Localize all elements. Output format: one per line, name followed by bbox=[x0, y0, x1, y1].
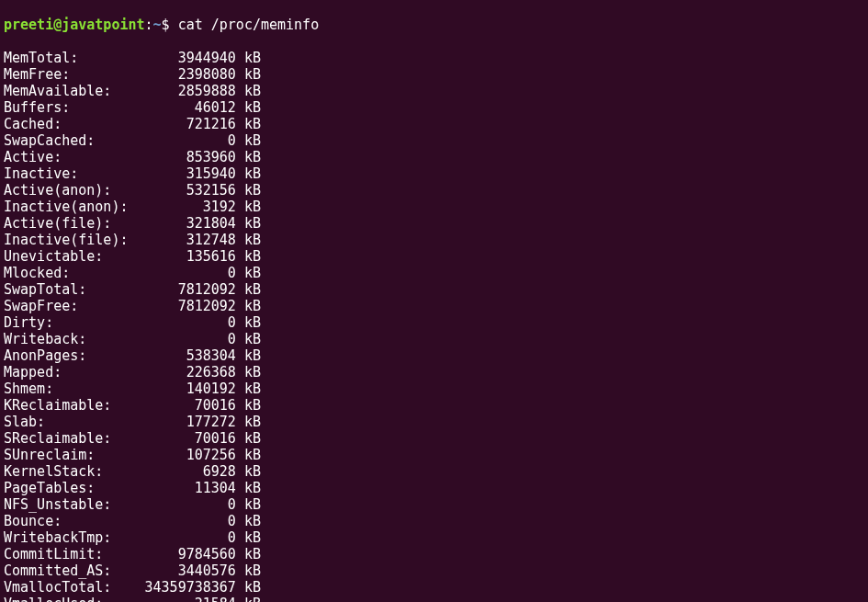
meminfo-row: MemFree: 2398080 kB bbox=[4, 66, 864, 83]
meminfo-row: Unevictable: 135616 kB bbox=[4, 248, 864, 265]
prompt-user-host: preeti@javatpoint bbox=[4, 17, 145, 33]
meminfo-row: KReclaimable: 70016 kB bbox=[4, 397, 864, 414]
meminfo-row: Mapped: 226368 kB bbox=[4, 364, 864, 381]
meminfo-row: Inactive: 315940 kB bbox=[4, 165, 864, 182]
meminfo-row: Bounce: 0 kB bbox=[4, 513, 864, 529]
meminfo-row: Buffers: 46012 kB bbox=[4, 99, 864, 116]
meminfo-row: Shmem: 140192 kB bbox=[4, 381, 864, 397]
meminfo-row: SwapFree: 7812092 kB bbox=[4, 298, 864, 314]
command-text: cat /proc/meminfo bbox=[178, 17, 320, 33]
meminfo-row: Active(anon): 532156 kB bbox=[4, 182, 864, 199]
meminfo-row: KernelStack: 6928 kB bbox=[4, 463, 864, 480]
meminfo-row: CommitLimit: 9784560 kB bbox=[4, 546, 864, 562]
meminfo-output: MemTotal: 3944940 kBMemFree: 2398080 kBM… bbox=[4, 50, 864, 602]
meminfo-row: Active: 853960 kB bbox=[4, 149, 864, 165]
prompt-colon: : bbox=[145, 17, 153, 33]
meminfo-row: MemAvailable: 2859888 kB bbox=[4, 83, 864, 99]
meminfo-row: Mlocked: 0 kB bbox=[4, 265, 864, 281]
meminfo-row: AnonPages: 538304 kB bbox=[4, 347, 864, 364]
meminfo-row: SwapCached: 0 kB bbox=[4, 132, 864, 149]
meminfo-row: Cached: 721216 kB bbox=[4, 116, 864, 132]
meminfo-row: SwapTotal: 7812092 kB bbox=[4, 281, 864, 298]
meminfo-row: SUnreclaim: 107256 kB bbox=[4, 447, 864, 463]
meminfo-row: MemTotal: 3944940 kB bbox=[4, 50, 864, 66]
prompt-cwd: ~ bbox=[153, 17, 162, 33]
meminfo-row: Dirty: 0 kB bbox=[4, 314, 864, 331]
prompt-dollar: $ bbox=[162, 17, 178, 33]
meminfo-row: WritebackTmp: 0 kB bbox=[4, 529, 864, 546]
meminfo-row: Committed_AS: 3440576 kB bbox=[4, 562, 864, 579]
meminfo-row: Active(file): 321804 kB bbox=[4, 215, 864, 232]
meminfo-row: Writeback: 0 kB bbox=[4, 331, 864, 347]
meminfo-row: SReclaimable: 70016 kB bbox=[4, 430, 864, 447]
terminal-output[interactable]: preeti@javatpoint:~$ cat /proc/meminfo M… bbox=[4, 0, 864, 602]
meminfo-row: Slab: 177272 kB bbox=[4, 414, 864, 430]
meminfo-row: PageTables: 11304 kB bbox=[4, 480, 864, 496]
meminfo-row: VmallocTotal: 34359738367 kB bbox=[4, 579, 864, 596]
meminfo-row: NFS_Unstable: 0 kB bbox=[4, 496, 864, 513]
meminfo-row: Inactive(anon): 3192 kB bbox=[4, 199, 864, 215]
meminfo-row: Inactive(file): 312748 kB bbox=[4, 232, 864, 248]
meminfo-row: VmallocUsed: 21584 kB bbox=[4, 596, 864, 602]
prompt-line: preeti@javatpoint:~$ cat /proc/meminfo bbox=[4, 17, 864, 33]
